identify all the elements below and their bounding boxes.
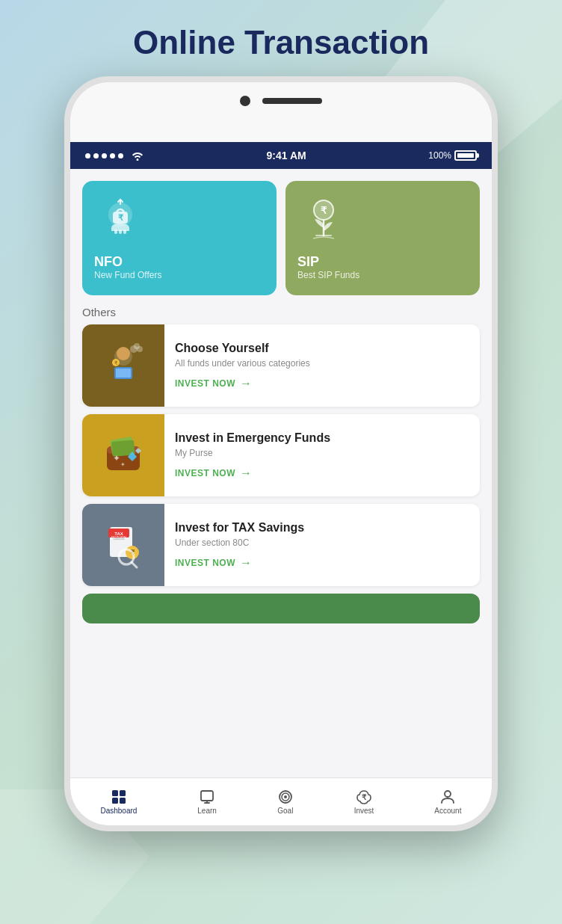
svg-rect-4 — [119, 230, 122, 234]
tax-savings-desc: Under section 80C — [175, 538, 469, 548]
nfo-subtitle: New Fund Offers — [94, 270, 265, 280]
svg-point-9 — [117, 347, 130, 360]
choose-yourself-invest-btn[interactable]: INVEST NOW → — [175, 377, 253, 390]
signal-dot — [93, 153, 99, 158]
bottom-nav: Dashboard Learn — [70, 777, 492, 825]
svg-rect-39 — [120, 798, 126, 804]
dashboard-label: Dashboard — [100, 807, 137, 815]
emergency-funds-title: Invest in Emergency Funds — [175, 431, 469, 445]
page-title: Online Transaction — [133, 24, 429, 61]
dashboard-icon — [111, 789, 127, 805]
battery-bar — [454, 150, 477, 161]
battery-percent: 100% — [428, 150, 451, 161]
nav-item-goal[interactable]: Goal — [271, 786, 300, 818]
emergency-funds-image: ✦ ✦ — [82, 414, 164, 496]
nfo-icon: ₹ — [94, 196, 146, 248]
svg-point-47 — [445, 791, 451, 797]
invest-label: Invest — [354, 807, 374, 815]
phone-top — [70, 82, 492, 142]
nav-item-account[interactable]: Account — [428, 786, 467, 818]
choose-yourself-desc: All funds under various categories — [175, 358, 469, 369]
learn-label: Learn — [197, 807, 217, 815]
goal-icon — [277, 789, 294, 805]
invest-icon: ₹ — [356, 789, 372, 805]
goal-label: Goal — [277, 807, 293, 815]
svg-text:₹: ₹ — [362, 793, 367, 801]
tax-savings-invest-btn[interactable]: INVEST NOW → — [175, 556, 253, 570]
account-label: Account — [434, 807, 461, 815]
nav-item-dashboard[interactable]: Dashboard — [94, 786, 143, 818]
svg-rect-38 — [112, 798, 118, 804]
phone-frame: 9:41 AM 100% — [64, 76, 498, 831]
nfo-title: NFO — [94, 254, 265, 270]
emergency-funds-desc: My Purse — [175, 448, 469, 458]
arrow-icon: → — [240, 377, 253, 390]
emergency-funds-content: Invest in Emergency Funds My Purse INVES… — [164, 422, 480, 489]
choose-yourself-image: ₹ — [82, 324, 164, 407]
speaker — [262, 98, 322, 104]
svg-point-45 — [284, 795, 287, 798]
svg-line-35 — [132, 562, 137, 567]
status-bar: 9:41 AM 100% — [70, 142, 492, 169]
battery-area: 100% — [428, 150, 477, 161]
sip-subtitle: Best SIP Funds — [297, 270, 468, 280]
nfo-card[interactable]: ₹ NFO New Fund Offers — [82, 181, 277, 295]
svg-text:✦: ✦ — [113, 453, 120, 463]
wifi-icon — [131, 150, 144, 161]
svg-text:₹: ₹ — [321, 205, 327, 216]
front-camera — [240, 96, 250, 106]
svg-rect-3 — [114, 230, 117, 234]
phone-content[interactable]: ₹ NFO New Fund Offers — [70, 169, 492, 780]
sip-card[interactable]: ₹ SIP Best SIP Funds — [285, 181, 480, 295]
sip-icon: ₹ — [297, 196, 350, 248]
tax-savings-content: Invest for TAX Savings Under section 80C… — [164, 512, 480, 579]
account-icon — [439, 789, 456, 805]
list-item-tax-savings[interactable]: TAX RETURN ₹ Invest for TAX Savings Unde… — [82, 504, 480, 586]
svg-rect-36 — [112, 790, 118, 796]
svg-rect-40 — [201, 791, 213, 801]
signal-dot — [118, 153, 123, 158]
battery-fill — [457, 153, 474, 158]
signal-dot — [110, 153, 115, 158]
camera-area — [240, 96, 322, 106]
svg-rect-37 — [120, 790, 126, 796]
list-item-choose-yourself[interactable]: ₹ Choose Yourself All funds under variou… — [82, 324, 480, 407]
choose-yourself-content: Choose Yourself All funds under various … — [164, 333, 480, 399]
svg-point-14 — [137, 346, 143, 352]
others-label: Others — [70, 295, 492, 324]
top-cards: ₹ NFO New Fund Offers — [70, 169, 492, 295]
tax-savings-image: TAX RETURN ₹ — [82, 504, 164, 586]
nav-item-invest[interactable]: ₹ Invest — [348, 786, 380, 818]
emergency-funds-invest-btn[interactable]: INVEST NOW → — [175, 466, 253, 480]
status-time: 9:41 AM — [267, 150, 306, 161]
phone-inner: 9:41 AM 100% — [70, 82, 492, 825]
svg-rect-5 — [123, 230, 126, 234]
sip-title: SIP — [297, 254, 468, 270]
learn-icon — [199, 789, 215, 805]
arrow-icon: → — [240, 556, 253, 570]
tax-savings-title: Invest for TAX Savings — [175, 521, 469, 535]
arrow-icon: → — [240, 466, 253, 480]
choose-yourself-title: Choose Yourself — [175, 342, 469, 355]
signal-dot — [102, 153, 107, 158]
svg-text:✦: ✦ — [120, 461, 126, 468]
partial-card — [82, 594, 480, 623]
svg-text:₹: ₹ — [117, 213, 123, 222]
svg-rect-11 — [116, 369, 131, 378]
svg-text:RETURN: RETURN — [111, 535, 127, 540]
signal-dot — [85, 153, 90, 158]
list-item-emergency-funds[interactable]: ✦ ✦ Invest in Emergency Funds My Purse I… — [82, 414, 480, 496]
nav-item-learn[interactable]: Learn — [191, 786, 223, 818]
signal-area — [85, 150, 144, 161]
